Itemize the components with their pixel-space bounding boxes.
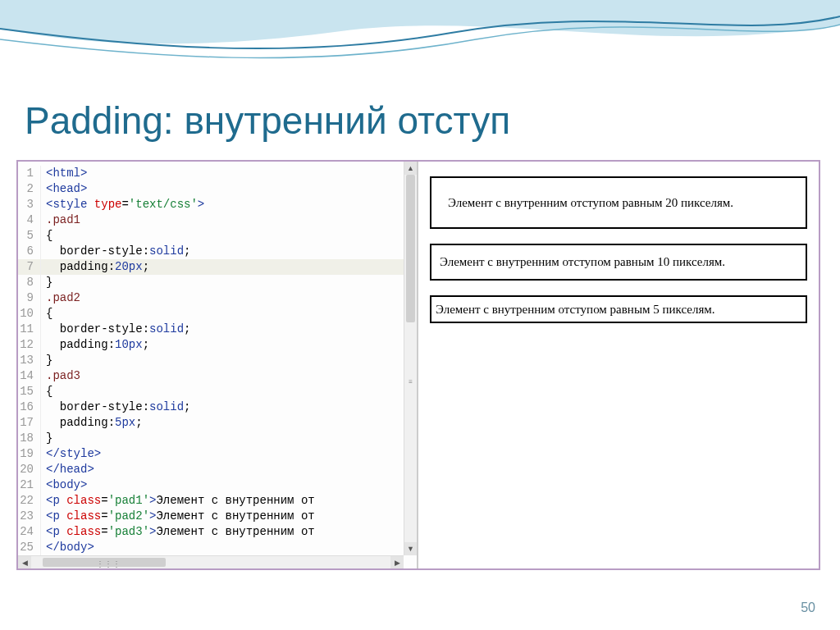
code-text: .pad1 (41, 212, 80, 228)
scroll-up-arrow[interactable]: ▲ (404, 162, 417, 175)
code-text: border-style:solid; (41, 399, 190, 415)
line-number: 10 (18, 306, 41, 322)
scroll-down-arrow[interactable]: ▼ (404, 542, 417, 555)
padding-example-5: Элемент с внутренним отступом равным 5 п… (430, 295, 807, 323)
code-line: 7 padding:20px; (18, 259, 417, 275)
code-text: </style> (41, 446, 101, 462)
line-number: 2 (18, 181, 41, 197)
code-line: 14.pad3 (18, 368, 417, 384)
code-text: } (41, 431, 52, 446)
decorative-swoosh (0, 0, 840, 98)
code-line: 3<style type='text/css'> (18, 197, 417, 212)
line-number: 21 (18, 477, 41, 493)
code-line: 5{ (18, 228, 417, 244)
code-line: 21<body> (18, 477, 417, 493)
code-text: .pad2 (41, 290, 80, 306)
vertical-scroll-thumb[interactable] (406, 175, 415, 322)
content-frame: 1<html>2<head>3<style type='text/css'>4.… (16, 160, 820, 570)
line-number: 8 (18, 275, 41, 290)
line-number: 19 (18, 446, 41, 462)
vertical-scrollbar[interactable]: ▲ ≡ ▼ (404, 162, 417, 555)
code-text: <head> (41, 181, 87, 197)
line-number: 17 (18, 415, 41, 431)
code-line: 9.pad2 (18, 290, 417, 306)
code-line: 22<p class='pad1'>Элемент с внутренним о… (18, 493, 417, 509)
code-text: </body> (41, 540, 94, 555)
code-text: { (41, 228, 52, 244)
code-text: padding:20px; (41, 259, 149, 275)
line-number: 23 (18, 509, 41, 524)
code-text: { (41, 306, 52, 322)
line-number: 18 (18, 431, 41, 446)
code-editor-panel: 1<html>2<head>3<style type='text/css'>4.… (18, 162, 418, 568)
code-text: <html> (41, 166, 87, 181)
line-number: 24 (18, 524, 41, 540)
code-text: padding:10px; (41, 337, 149, 353)
code-line: 13} (18, 353, 417, 368)
padding-example-20: Элемент с внутренним отступом равным 20 … (430, 176, 807, 229)
code-line: 4.pad1 (18, 212, 417, 228)
code-line: 1<html> (18, 166, 417, 181)
code-line: 18} (18, 431, 417, 446)
code-line: 12 padding:10px; (18, 337, 417, 353)
line-number: 9 (18, 290, 41, 306)
scroll-left-arrow[interactable]: ◀ (18, 556, 31, 568)
line-number: 15 (18, 384, 41, 399)
code-line: 2<head> (18, 181, 417, 197)
code-text: { (41, 384, 52, 399)
code-text: border-style:solid; (41, 244, 190, 259)
code-text: <p class='pad1'>Элемент с внутренним от (41, 493, 315, 509)
line-number: 22 (18, 493, 41, 509)
code-line: 16 border-style:solid; (18, 399, 417, 415)
code-line: 15{ (18, 384, 417, 399)
code-text: </head> (41, 462, 94, 477)
code-text: <p class='pad3'>Элемент с внутренним от (41, 524, 315, 540)
code-line: 25</body> (18, 540, 417, 555)
line-number: 6 (18, 244, 41, 259)
page-number: 50 (801, 600, 815, 615)
line-number: 4 (18, 212, 41, 228)
code-text: border-style:solid; (41, 322, 190, 337)
scroll-grip-icon: ⋮⋮⋮ (96, 559, 121, 568)
code-line: 10{ (18, 306, 417, 322)
line-number: 5 (18, 228, 41, 244)
scroll-middle-marker: ≡ (408, 378, 413, 385)
scroll-right-arrow[interactable]: ▶ (390, 556, 404, 568)
code-text: } (41, 275, 52, 290)
line-number: 11 (18, 322, 41, 337)
code-line: 19</style> (18, 446, 417, 462)
line-number: 1 (18, 166, 41, 181)
line-number: 12 (18, 337, 41, 353)
code-text: <style type='text/css'> (41, 197, 204, 212)
code-line: 8} (18, 275, 417, 290)
code-text: padding:5px; (41, 415, 143, 431)
line-number: 14 (18, 368, 41, 384)
render-preview-panel: Элемент с внутренним отступом равным 20 … (418, 162, 819, 568)
line-number: 13 (18, 353, 41, 368)
line-number: 3 (18, 197, 41, 212)
code-line: 20</head> (18, 462, 417, 477)
line-number: 7 (18, 259, 41, 275)
line-number: 25 (18, 540, 41, 555)
horizontal-scrollbar[interactable]: ◀ ⋮⋮⋮ ▶ (18, 555, 404, 568)
code-text: <p class='pad2'>Элемент с внутренним от (41, 509, 315, 524)
padding-example-10: Элемент с внутренним отступом равным 10 … (430, 244, 807, 280)
code-line: 6 border-style:solid; (18, 244, 417, 259)
line-number: 20 (18, 462, 41, 477)
code-text: .pad3 (41, 368, 80, 384)
code-listing: 1<html>2<head>3<style type='text/css'>4.… (18, 162, 417, 555)
line-number: 16 (18, 399, 41, 415)
code-line: 11 border-style:solid; (18, 322, 417, 337)
code-line: 24<p class='pad3'>Элемент с внутренним о… (18, 524, 417, 540)
code-text: <body> (41, 477, 87, 493)
code-text: } (41, 353, 52, 368)
code-line: 17 padding:5px; (18, 415, 417, 431)
slide-title: Padding: внутренний отступ (25, 98, 510, 143)
code-line: 23<p class='pad2'>Элемент с внутренним о… (18, 509, 417, 524)
